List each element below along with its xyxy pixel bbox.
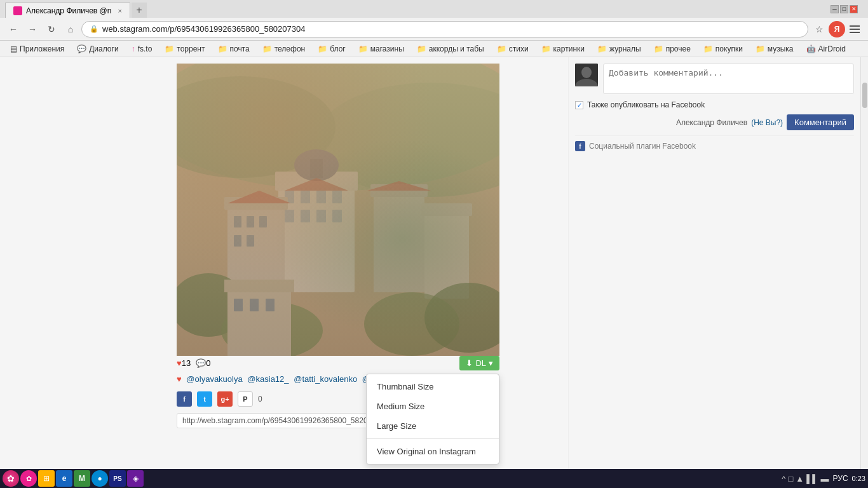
comment-submit-btn[interactable]: Комментарий — [787, 114, 854, 130]
tab-favicon — [13, 6, 22, 15]
app7-icon: ◈ — [133, 474, 139, 483]
bookmark-magaziny[interactable]: 📁 магазины — [353, 43, 409, 55]
svg-rect-14 — [316, 210, 326, 222]
folder-icon-zhurnaly: 📁 — [597, 44, 607, 53]
taskbar-app-3[interactable]: e — [56, 470, 72, 487]
bookmark-apps[interactable]: ▤ Приложения — [5, 43, 69, 55]
accords-label: аккорды и табы — [429, 44, 484, 53]
scrollbar-thumb[interactable] — [862, 83, 867, 108]
svg-rect-20 — [259, 216, 267, 227]
tag-1[interactable]: @olyavakuolya — [186, 374, 242, 384]
tag-3[interactable]: @tatti_kovalenko — [294, 374, 357, 384]
minimize-btn[interactable]: ─ — [831, 5, 839, 13]
folder-icon-muzyka: 📁 — [756, 44, 765, 53]
taskbar-app-1[interactable]: ✿ — [20, 470, 37, 487]
bookmark-kartinki[interactable]: 📁 картинки — [536, 43, 590, 55]
bookmark-dialogi[interactable]: 💬 Диалоги — [72, 43, 123, 55]
account-btn[interactable]: Я — [829, 21, 845, 37]
taskbar-app-5[interactable]: ● — [92, 470, 108, 487]
bookmark-muzyka[interactable]: 📁 музыка — [750, 43, 799, 55]
app6-icon: PS — [113, 475, 121, 482]
start-icon: ✿ — [7, 473, 15, 484]
apps-label: Приложения — [20, 44, 64, 53]
facebook-share-btn[interactable]: f — [177, 391, 192, 407]
menu-btn[interactable] — [846, 21, 863, 37]
new-tab-btn[interactable]: + — [132, 3, 147, 18]
dl-dropdown-menu: Thumbnail Size Medium Size Large Size Vi… — [366, 374, 499, 464]
large-size-option[interactable]: Large Size — [367, 416, 499, 436]
svg-rect-12 — [285, 210, 294, 222]
taskbar-app-7[interactable]: ◈ — [127, 470, 144, 487]
googleplus-share-btn[interactable]: g+ — [217, 391, 233, 407]
svg-rect-26 — [421, 203, 472, 216]
maximize-btn[interactable]: □ — [840, 5, 848, 13]
bookmark-pokupki[interactable]: 📁 покупки — [698, 43, 748, 55]
comment-avatar — [575, 64, 598, 86]
photo-svg — [177, 64, 499, 356]
close-btn[interactable]: ✕ — [850, 5, 858, 13]
tab-bar: Александр Филичев @n × + — [5, 0, 147, 18]
svg-rect-36 — [234, 299, 243, 311]
taskbar-app-2[interactable]: ⊞ — [38, 470, 55, 487]
bookmark-torrent[interactable]: 📁 торрент — [159, 43, 210, 55]
facebook-checkbox[interactable]: ✓ — [575, 101, 583, 109]
svg-point-31 — [424, 283, 499, 353]
taskbar-app-6[interactable]: PS — [109, 470, 126, 487]
pinpaper-share-btn[interactable]: P — [238, 391, 253, 407]
view-original-option[interactable]: View Original on Instagram — [367, 442, 499, 461]
not-you-link[interactable]: (Не Вы?) — [751, 118, 783, 127]
active-tab[interactable]: Александр Филичев @n × — [5, 3, 130, 18]
chat-icon: 💬 — [77, 44, 86, 53]
bookmark-blog[interactable]: 📁 блог — [313, 43, 351, 55]
forward-btn[interactable]: → — [24, 21, 41, 37]
bookmark-stihi[interactable]: 📁 стихи — [492, 43, 534, 55]
bookmark-fsto[interactable]: ↑ fs.to — [126, 43, 158, 55]
svg-rect-16 — [227, 203, 285, 299]
heart-like-icon: ♥ — [177, 374, 182, 384]
bookmark-accords[interactable]: 📁 аккорды и табы — [412, 43, 489, 55]
airdroid-label: AirDroid — [818, 44, 846, 53]
scrollbar-track[interactable] — [860, 57, 868, 469]
twitter-share-btn[interactable]: t — [197, 391, 212, 407]
svg-point-2 — [177, 76, 336, 178]
facebook-plugin-label: Социальный плагин Facebook — [589, 142, 696, 151]
nav-bar: ← → ↻ ⌂ 🔒 web.stagram.com/p/695430619926… — [0, 18, 868, 41]
bookmark-zhurnaly[interactable]: 📁 журналы — [592, 43, 646, 55]
svg-rect-24 — [370, 184, 428, 197]
svg-point-32 — [221, 302, 323, 356]
zhurnaly-label: журналы — [609, 44, 641, 53]
svg-marker-29 — [367, 181, 431, 191]
home-btn[interactable]: ⌂ — [62, 21, 79, 37]
bookmark-airdroid[interactable]: 🤖 AirDroid — [801, 43, 851, 55]
svg-rect-22 — [247, 235, 254, 247]
apps-icon: ▤ — [10, 44, 17, 53]
star-btn[interactable]: ☆ — [811, 21, 827, 37]
address-bar[interactable]: 🔒 web.stagram.com/p/695430619926365800_5… — [81, 21, 808, 37]
dropdown-divider — [367, 438, 499, 439]
dl-button[interactable]: ⬇ DL ▾ — [459, 356, 499, 370]
app2-icon: ⊞ — [43, 474, 50, 483]
tab-close-btn[interactable]: × — [118, 7, 121, 15]
facebook-checkbox-row: ✓ Также опубликовать на Facebook — [575, 100, 854, 109]
refresh-btn[interactable]: ↻ — [43, 21, 60, 37]
start-button[interactable]: ✿ — [3, 470, 19, 487]
svg-rect-8 — [285, 191, 294, 203]
bookmark-pochta[interactable]: 📁 почта — [213, 43, 255, 55]
svg-rect-25 — [424, 210, 469, 299]
kartinki-label: картинки — [553, 44, 585, 53]
bookmark-prochee[interactable]: 📁 прочее — [649, 43, 696, 55]
svg-rect-17 — [224, 197, 288, 210]
folder-icon-kartinki: 📁 — [541, 44, 551, 53]
bookmark-telefon[interactable]: 📁 телефон — [257, 43, 311, 55]
thumbnail-size-option[interactable]: Thumbnail Size — [367, 377, 499, 396]
comment-textarea[interactable] — [603, 64, 854, 94]
app3-icon: e — [62, 474, 67, 483]
bookmarks-bar: ▤ Приложения 💬 Диалоги ↑ fs.to 📁 торрент… — [0, 41, 868, 57]
back-btn[interactable]: ← — [5, 21, 22, 37]
svg-rect-10 — [316, 191, 326, 203]
folder-icon-accords: 📁 — [417, 44, 426, 53]
medium-size-option[interactable]: Medium Size — [367, 396, 499, 416]
taskbar-app-4[interactable]: M — [74, 470, 90, 487]
taskbar-tray: ^ □ ▲ ▌▌ ▬ — [782, 474, 829, 484]
tag-2[interactable]: @kasia12_ — [247, 374, 288, 384]
